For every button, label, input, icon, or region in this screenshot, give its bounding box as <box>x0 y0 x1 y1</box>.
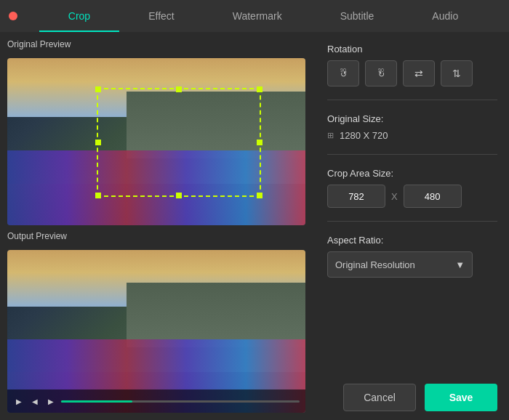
crop-handle-tr[interactable] <box>257 86 262 92</box>
crop-separator: X <box>391 191 398 202</box>
svg-text:90: 90 <box>340 68 346 73</box>
footer-buttons: Cancel Save <box>327 384 497 411</box>
crop-handle-mr[interactable] <box>257 140 262 145</box>
rotate-cw-button[interactable]: ↻ 90 <box>365 60 397 86</box>
rotation-section: Rotation ↺ 90 ↻ 90 ⇄ <box>327 44 497 86</box>
flip-horizontal-button[interactable]: ⇄ <box>403 60 435 86</box>
dropdown-arrow-icon: ▼ <box>455 259 465 270</box>
main-content: Original Preview Output Pre <box>0 32 509 420</box>
flip-vertical-button[interactable]: ⇅ <box>441 60 473 86</box>
divider-1 <box>327 100 497 100</box>
svg-text:⇄: ⇄ <box>414 68 423 79</box>
output-video-background <box>7 250 305 413</box>
title-bar: Crop Effect Watermark Subtitle Audio <box>0 0 509 32</box>
crop-handle-br[interactable] <box>257 193 262 198</box>
original-size-row: ⊞ 1280 X 720 <box>327 130 497 141</box>
svg-text:90: 90 <box>378 68 384 73</box>
crop-selection-box[interactable] <box>97 88 261 197</box>
original-preview <box>7 58 305 225</box>
original-size-section: Original Size: ⊞ 1280 X 720 <box>327 113 497 141</box>
prev-frame-button[interactable]: ◀ <box>29 395 41 407</box>
original-size-title: Original Size: <box>327 113 497 124</box>
video-controls-bar: ▶ ◀ ▶ <box>7 389 305 413</box>
video-progress-fill <box>61 400 132 403</box>
play-button[interactable]: ▶ <box>13 395 25 407</box>
crop-area-title: Crop Area Size: <box>327 168 497 179</box>
tab-bar: Crop Effect Watermark Subtitle Audio <box>17 0 509 32</box>
tab-watermark[interactable]: Watermark <box>204 0 311 32</box>
tab-audio[interactable]: Audio <box>403 0 487 32</box>
crop-handle-bl[interactable] <box>95 193 101 198</box>
next-frame-button[interactable]: ▶ <box>45 395 57 407</box>
aspect-ratio-section: Aspect Ratio: Original Resolution ▼ <box>327 235 497 278</box>
rotation-buttons-group: ↺ 90 ↻ 90 ⇄ ⇅ <box>327 60 497 86</box>
crop-area-section: Crop Area Size: X <box>327 168 497 208</box>
tab-subtitle[interactable]: Subtitle <box>311 0 404 32</box>
cancel-button[interactable]: Cancel <box>343 384 416 411</box>
close-button-icon[interactable] <box>9 12 17 20</box>
crop-handle-tm[interactable] <box>176 86 182 92</box>
original-preview-label: Original Preview <box>7 39 305 49</box>
divider-2 <box>327 154 497 155</box>
aspect-ratio-dropdown[interactable]: Original Resolution ▼ <box>327 251 473 278</box>
crop-handle-tl[interactable] <box>95 86 101 92</box>
output-video-ocean <box>7 291 97 339</box>
original-size-value: 1280 X 720 <box>340 130 388 141</box>
rotation-title: Rotation <box>327 44 497 54</box>
divider-3 <box>327 221 497 222</box>
video-progress-bar[interactable] <box>61 400 300 403</box>
output-video-buildings <box>127 283 305 348</box>
output-preview: ▶ ◀ ▶ <box>7 250 305 413</box>
save-button[interactable]: Save <box>425 384 497 411</box>
crop-height-input[interactable] <box>404 185 462 208</box>
tab-effect[interactable]: Effect <box>119 0 204 32</box>
aspect-ratio-title: Aspect Ratio: <box>327 235 497 246</box>
aspect-ratio-value: Original Resolution <box>335 259 415 270</box>
crop-handle-ml[interactable] <box>95 140 101 145</box>
left-panel: Original Preview Output Pre <box>0 32 313 420</box>
svg-text:⇅: ⇅ <box>452 68 461 79</box>
video-ocean <box>7 100 97 150</box>
output-preview-label: Output Preview <box>7 231 305 241</box>
crop-inputs-group: X <box>327 185 497 208</box>
rotate-ccw-button[interactable]: ↺ 90 <box>327 60 359 86</box>
right-panel: Rotation ↺ 90 ↻ 90 ⇄ <box>313 32 509 420</box>
crop-width-input[interactable] <box>327 185 385 208</box>
crop-handle-bm[interactable] <box>176 193 182 198</box>
tab-crop[interactable]: Crop <box>39 0 119 32</box>
resize-icon: ⊞ <box>327 131 334 140</box>
